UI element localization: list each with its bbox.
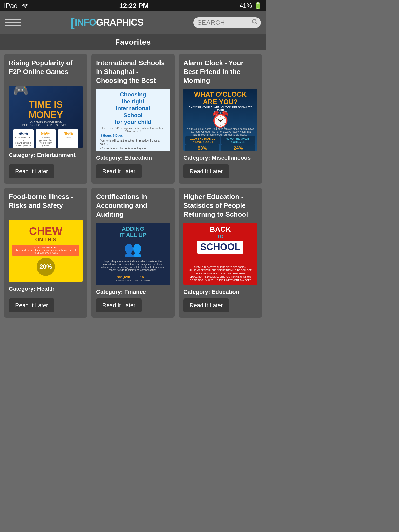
card-schools-image: Choosingthe rightInternationalSchoolfor …: [96, 89, 170, 151]
battery-label: 41%: [240, 2, 252, 9]
card-higher-category: Category: Education: [183, 289, 257, 295]
games-stat-3: 46% pays: [58, 129, 78, 148]
nav-bar: [ INFO GRAPHICS: [0, 11, 266, 34]
card-alarm-category: Category: Miscellaneous: [183, 155, 257, 161]
status-time: 12:22 PM: [119, 2, 149, 10]
alarm-headline: WHAT O'CLOCKARE YOU?: [194, 91, 247, 105]
card-higher-image: BACK TO SCHOOL THANKS IN PART TO THE REC…: [183, 223, 257, 285]
card-higher: Higher Education - Statistics of People …: [179, 188, 262, 317]
search-bar[interactable]: [193, 17, 261, 28]
alarm-clock-icon: ⏰: [211, 112, 230, 128]
card-higher-title: Higher Education - Statistics of People …: [183, 192, 257, 219]
card-f2p-title: Rising Popularity of F2P Online Games: [9, 59, 83, 82]
card-f2p-category: Category: Entertainment: [9, 152, 83, 158]
wifi-icon: [20, 2, 28, 10]
games-headline: TIME ISMONEY: [29, 99, 63, 120]
status-bar: iPad ﻿ 12:22 PM 41% 🔋: [0, 0, 266, 11]
card-cert-image: ADDINGIT ALL UP 👥 Improving your credent…: [96, 223, 170, 285]
games-img-top: 🎮 leaseweb: [13, 86, 78, 97]
card-food-title: Food-borne Illness - Risks and Safety: [9, 192, 83, 216]
card-cert-category: Category: Finance: [96, 289, 170, 295]
cert-headline: ADDINGIT ALL UP: [119, 226, 147, 238]
card-cert: Certifications in Accounting and Auditin…: [91, 188, 175, 317]
alarm-body-text: Alarm clocks of some kind have existed s…: [185, 128, 255, 136]
card-alarm-read-later[interactable]: Read It Later: [183, 164, 229, 178]
card-schools-read-later[interactable]: Read It Later: [96, 164, 142, 178]
device-label: iPad: [4, 2, 18, 10]
logo-graphics: GRAPHICS: [96, 17, 143, 28]
leaseweb-label: leaseweb: [65, 86, 78, 87]
search-input[interactable]: [197, 19, 249, 26]
food-headline: CHEW: [29, 226, 62, 237]
higher-back-label: BACK: [210, 226, 231, 233]
schools-sub: There are 341 recognised international s…: [99, 127, 167, 133]
search-icon: [252, 19, 258, 26]
logo-info: INFO: [75, 17, 96, 28]
menu-line-1: [5, 19, 21, 20]
gamepad-icon: 🎮: [13, 86, 29, 97]
food-body: NO SMALL PROBLEM Illnesses from foodborn…: [12, 245, 79, 256]
card-grid: Rising Popularity of F2P Online Games 🎮 …: [0, 50, 266, 322]
card-cert-title: Certifications in Accounting and Auditin…: [96, 192, 170, 219]
higher-logo-area: BACK TO SCHOOL: [197, 226, 243, 254]
cert-body-text: Improving your credentials is a wise inv…: [99, 260, 167, 271]
menu-button[interactable]: [5, 19, 21, 26]
logo-bracket: [: [71, 16, 74, 29]
food-sub: ON THIS: [35, 237, 56, 243]
card-schools-category: Category: Education: [96, 155, 170, 161]
card-schools-title: International Schools in Shanghai - Choo…: [96, 59, 170, 85]
food-pct-container: 20%: [37, 258, 55, 276]
cert-numbers: $61,690 median salary 16 JOB GROWTH: [116, 275, 150, 282]
schools-header: Choosingthe rightInternationalSchoolfor …: [115, 91, 151, 125]
page-title: Favorites: [115, 38, 151, 46]
card-alarm-image: WHAT O'CLOCKARE YOU? CHOOSE YOUR ALARM C…: [183, 89, 257, 151]
card-cert-read-later[interactable]: Read It Later: [96, 298, 142, 312]
higher-school-label: SCHOOL: [197, 241, 243, 254]
schools-body: 8 Hours 5 Days Your child will be at the…: [99, 134, 167, 151]
card-schools: International Schools in Shanghai - Choo…: [91, 54, 175, 184]
games-sub: AS GAMES EVOLVE FROMPAID PRODUCTS TO FRE…: [22, 121, 69, 127]
status-left: iPad: [4, 2, 28, 10]
card-higher-read-later[interactable]: Read It Later: [183, 298, 229, 312]
status-right: 41% 🔋: [240, 2, 262, 9]
menu-line-3: [5, 25, 21, 26]
alarm-bottom-stats: 83% of 18-29 year olds use their mobile …: [185, 144, 255, 151]
games-stat-2: 95% of MMO gamers play free-to-play game…: [36, 129, 56, 148]
card-f2p-read-later[interactable]: Read It Later: [9, 164, 54, 178]
card-f2p-image: 🎮 leaseweb TIME ISMONEY AS GAMES EVOLVE …: [9, 86, 83, 148]
games-stats: 66% of money spent on smartphones & tabl…: [13, 129, 78, 148]
games-stat-1: 66% of money spent on smartphones & tabl…: [13, 129, 34, 148]
card-food-read-later[interactable]: Read It Later: [9, 298, 54, 312]
menu-line-2: [5, 22, 21, 23]
battery-icon: 🔋: [254, 2, 262, 9]
card-food-category: Category: Health: [9, 285, 83, 292]
card-food: Food-borne Illness - Risks and Safety CH…: [4, 188, 87, 317]
higher-to-label: TO: [217, 234, 224, 240]
app-logo[interactable]: [ INFO GRAPHICS: [71, 16, 143, 29]
higher-body-text: THANKS IN PART TO THE RECENT RECESSION, …: [187, 265, 254, 282]
card-food-image: CHEW ON THIS NO SMALL PROBLEM Illnesses …: [9, 220, 83, 282]
svg-line-1: [256, 23, 257, 24]
card-alarm-title: Alarm Clock - Your Best Friend in the Mo…: [183, 59, 257, 85]
card-f2p: Rising Popularity of F2P Online Games 🎮 …: [4, 54, 87, 184]
alarm-stats: 01.00 THE MOBILE PHONE ADDICT 02.00 THE …: [185, 136, 255, 144]
card-alarm: Alarm Clock - Your Best Friend in the Mo…: [179, 54, 262, 184]
page-title-bar: Favorites: [0, 34, 266, 50]
alarm-stat-2: 02.00 THE OVER-ACHIEVER: [221, 136, 255, 144]
cert-people-icon: 👥: [124, 242, 142, 256]
alarm-stat-1: 01.00 THE MOBILE PHONE ADDICT: [185, 136, 220, 144]
